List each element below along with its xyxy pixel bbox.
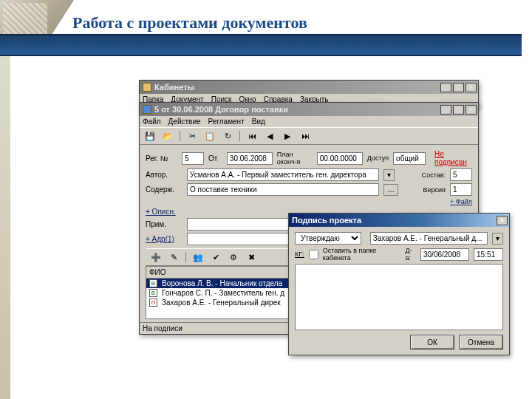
dialog-sign-project: Подпись проекта × Утверждаю ▾ КГ: Остави… [288,213,510,355]
slide-left-strip [0,56,10,399]
close-button[interactable]: × [497,216,508,225]
sign-date-input[interactable] [420,248,469,261]
expand-icon[interactable]: … [383,184,398,196]
subject-input[interactable] [187,183,379,196]
doc-titlebar[interactable]: 5 от 30.06.2008 Договор поставки _ □ × [140,103,478,116]
version-label: Версия [423,186,446,194]
ot-label: От [208,154,222,163]
minimize-button[interactable]: _ [440,105,451,115]
version-input[interactable] [450,183,472,196]
col-fio: ФИО [149,268,166,276]
access-label: Доступ [367,154,389,162]
sign-title: Подпись проекта [292,216,361,225]
slide-band [0,34,522,56]
pen-icon[interactable]: ✎ [166,250,181,264]
gear-icon[interactable]: ⚙ [226,250,241,264]
dropdown-icon[interactable]: ▾ [492,233,503,245]
sostav-input[interactable] [450,168,472,181]
maximize-button[interactable]: □ [453,83,464,92]
delete-icon[interactable]: ✖ [244,250,259,264]
sign-comment-area[interactable] [295,264,503,330]
copy-icon[interactable]: 📋 [202,129,217,143]
person-input[interactable] [370,232,488,245]
keep-in-folder-label: Оставить в папке кабинета [323,247,397,262]
subject-label: Содерж. [146,185,183,194]
date-from-input[interactable] [227,152,273,165]
cut-icon[interactable]: ✂ [185,129,200,143]
author-input[interactable] [187,168,379,181]
kg-label[interactable]: КГ: [295,250,304,258]
cabinets-title: Кабинеты [154,83,194,92]
status-badge: П [149,299,157,307]
cancel-button[interactable]: Отмена [459,335,503,349]
not-signed-link[interactable]: Не подписан [434,150,472,166]
doc-title: 5 от 30.06.2008 Договор поставки [154,105,288,114]
check-icon[interactable]: ✔ [208,250,223,264]
opis-link[interactable]: + Описн. [146,208,183,216]
prim-label: Прим. [146,220,183,228]
author-label: Автор. [146,171,183,179]
close-button[interactable]: × [466,105,477,115]
next-icon[interactable]: ▶ [280,129,295,143]
status-badge: В [149,279,157,287]
slide-title: Работа с проектами документов [72,13,522,33]
first-icon[interactable]: ⏮ [245,129,259,143]
status-badge: В [149,289,157,297]
plan-date-input[interactable] [317,152,363,165]
row-text: Гончаров С. П. - Заместитель ген. д [162,289,284,297]
menu-item[interactable]: Файл [143,117,161,126]
adr-link[interactable]: + Адр(1) [146,235,183,243]
file-link[interactable]: + Файл [450,198,472,205]
access-input[interactable] [393,152,426,165]
menu-item[interactable]: Регламент [208,117,245,126]
minimize-button[interactable]: _ [440,83,451,92]
sign-form: Утверждаю ▾ КГ: Оставить в папке кабинет… [289,227,509,355]
date-label: Д-а: [405,247,416,262]
sostav-label: Состав: [422,171,446,179]
approve-select[interactable]: Утверждаю [295,232,361,245]
dropdown-icon[interactable]: ▾ [383,169,395,181]
row-text: Захаров А.Е. - Генеральный дирек [162,299,281,307]
keep-in-folder-checkbox[interactable] [309,250,318,259]
close-button[interactable]: × [466,83,477,92]
doc-icon [143,105,151,114]
sign-time-input[interactable] [474,248,503,261]
ok-button[interactable]: ОК [410,335,454,349]
sign-titlebar[interactable]: Подпись проекта × [289,214,509,227]
users-icon[interactable]: 👥 [191,250,205,264]
cabinets-titlebar[interactable]: Кабинеты _ □ × [140,81,478,94]
plan-label: План оконч-я [277,151,313,166]
last-icon[interactable]: ⏭ [298,129,313,143]
regn-input[interactable] [182,152,204,165]
maximize-button[interactable]: □ [453,105,464,115]
regn-label: Рег. № [146,154,177,163]
save-icon[interactable]: 💾 [143,129,157,143]
status-text: На подписи [143,324,183,332]
folder-icon [143,83,151,92]
prev-icon[interactable]: ◀ [262,129,277,143]
menu-item[interactable]: Вид [252,117,265,126]
refresh-icon[interactable]: ↻ [220,129,235,143]
row-text: Воронова Л. В. - Начальник отдела [162,279,282,287]
doc-menubar: Файл Действие Регламент Вид [140,116,478,127]
menu-item[interactable]: Действие [168,117,201,126]
doc-toolbar: 💾 📂 ✂ 📋 ↻ ⏮ ◀ ▶ ⏭ [140,127,478,145]
add-icon[interactable]: ➕ [149,250,163,264]
open-icon[interactable]: 📂 [160,129,175,143]
